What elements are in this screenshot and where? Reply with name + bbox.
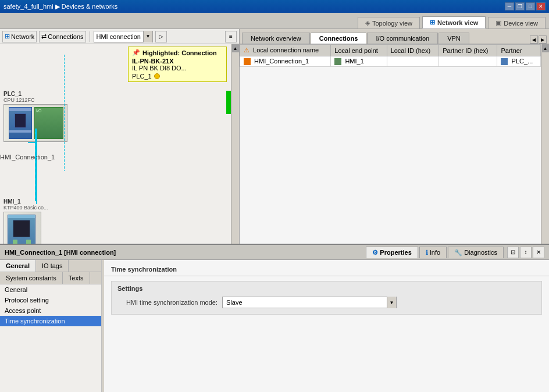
properties-icon: ⚙ [372, 249, 378, 256]
tab-network-view[interactable]: ⊞ Network view [422, 16, 486, 28]
panel-float-button[interactable]: ↕ [520, 247, 532, 258]
connection-svg [64, 55, 99, 171]
panel-close-button[interactable]: ✕ [533, 247, 544, 258]
properties-sidebar: General IO tags System constants Texts [0, 260, 102, 392]
properties-nav-items: General Protocol setting Access point Ti… [0, 284, 101, 392]
maximize-button[interactable]: □ [526, 2, 535, 10]
col-header-partner-id: Partner ID (hex) [439, 45, 497, 56]
table-scroll-up[interactable]: ▲ [542, 44, 549, 52]
cell-local-id [387, 56, 439, 67]
pin-icon: 📌 [132, 49, 140, 56]
network-button[interactable]: ⊞ Network [2, 31, 37, 42]
table-row[interactable]: HMI_Connection_1 HMI_1 P [240, 56, 541, 67]
tab-diagnostics[interactable]: 🔧 Diagnostics [448, 247, 504, 258]
tab-scroll-controls: ◀ ▶ [530, 35, 547, 44]
diagnostics-icon: 🔧 [454, 249, 462, 256]
titlebar-controls: ─ ❐ □ ✕ [505, 2, 546, 10]
connection-vertical-line [35, 129, 36, 201]
info-icon: ℹ [426, 249, 428, 256]
col-header-endpoint: Local end point [331, 45, 387, 56]
props-tab-system-constants[interactable]: System constants [0, 272, 63, 284]
highlight-tooltip: 📌 Highlighted: Connection IL-PN-BK-21X I… [128, 47, 227, 82]
conn-badge-icon [244, 58, 251, 65]
properties-content: General IO tags System constants Texts [0, 260, 549, 392]
tab-connections[interactable]: Connections [311, 33, 367, 44]
properties-nav-tabs: General IO tags [0, 260, 101, 272]
plc-cpu-module [9, 107, 32, 139]
settings-section: Settings HMI time synchronization mode: … [111, 281, 542, 315]
titlebar-breadcrumb: safety_4_full_hmi ▶ Devices & networks [3, 3, 117, 10]
props-tab-texts[interactable]: Texts [63, 272, 90, 284]
options-button[interactable]: ≡ [225, 31, 237, 42]
hmi-connection-label: HMI_Connection_1 [0, 154, 55, 161]
time-sync-dropdown[interactable]: Slave ▼ [222, 297, 397, 308]
properties-main-area: Time synchronization Settings HMI time s… [104, 260, 549, 392]
plc-connection-line [36, 129, 37, 204]
warning-icon: ⚠ [244, 47, 249, 54]
breadcrumb-text: safety_4_full_hmi ▶ Devices & networks [3, 3, 117, 10]
network-tabs-bar: Network overview Connections I/O communi… [240, 29, 549, 44]
props-tab-io-tags[interactable]: IO tags [36, 260, 69, 272]
network-toolbar-icon: ⊞ [5, 33, 10, 40]
expand-button[interactable]: ▷ [155, 31, 167, 42]
col-header-local-id: Local ID (hex) [387, 45, 439, 56]
hmi-name-label: HMI_1 [3, 198, 108, 205]
close-button[interactable]: ✕ [536, 2, 546, 10]
bottom-panel-header: HMI_Connection_1 [HMI connection] ⚙ Prop… [0, 245, 549, 260]
plc-partner-icon [501, 58, 508, 65]
section-title-time-sync: Time synchronization [104, 260, 549, 276]
time-sync-label: HMI time synchronization mode: [117, 299, 222, 306]
nav-item-protocol-setting[interactable]: Protocol setting [0, 295, 101, 305]
cell-endpoint: HMI_1 [331, 56, 387, 67]
col-header-partner: Partner [497, 45, 541, 56]
dropdown-arrow-icon[interactable]: ▼ [143, 31, 152, 42]
topology-icon: ◈ [365, 19, 370, 27]
settings-title: Settings [117, 285, 536, 292]
connections-toolbar-icon: ⇄ [41, 33, 47, 40]
tab-scroll-right[interactable]: ▶ [539, 35, 547, 44]
status-dot [154, 73, 160, 79]
plc-io-module: I/O [34, 107, 63, 139]
connection-horizontal-line [28, 142, 36, 143]
panel-controls: ⊡ ↕ ✕ [507, 247, 544, 258]
nav-item-general[interactable]: General [0, 284, 101, 295]
titlebar: safety_4_full_hmi ▶ Devices & networks ─… [0, 0, 549, 13]
cell-conn-name: HMI_Connection_1 [240, 56, 331, 67]
connections-table: ⚠ Local connection name Local end point … [240, 44, 541, 67]
hmi-type-label: KTP400 Basic co... [3, 205, 108, 211]
tab-vpn[interactable]: VPN [439, 33, 469, 44]
restore-button[interactable]: ❐ [515, 2, 525, 10]
tab-network-overview[interactable]: Network overview [242, 33, 310, 44]
time-sync-mode-row: HMI time synchronization mode: Slave ▼ [117, 297, 536, 308]
nav-item-access-point[interactable]: Access point [0, 305, 101, 316]
cell-partner-id [439, 56, 497, 67]
bottom-panel-title: HMI_Connection_1 [HMI connection] [5, 249, 116, 256]
tab-topology-view[interactable]: ◈ Topology view [358, 17, 420, 28]
tab-io-communication[interactable]: I/O communication [367, 33, 438, 44]
green-connection-bar [226, 91, 231, 114]
hmi-endpoint-icon [334, 58, 341, 65]
col-header-name: ⚠ Local connection name [240, 45, 331, 56]
connections-button[interactable]: ⇄ Connections [39, 31, 85, 42]
tab-scroll-left[interactable]: ◀ [530, 35, 538, 44]
left-toolbar: ⊞ Network ⇄ Connections HMI connection ▼… [0, 29, 239, 44]
nav-item-time-sync[interactable]: Time synchronization [0, 316, 101, 326]
props-tab-general[interactable]: General [0, 260, 36, 272]
tab-device-view[interactable]: ▣ Device view [488, 17, 546, 28]
bottom-panel-tabs: ⚙ Properties ℹ Info 🔧 Diagnostics ⊡ ↕ ✕ [366, 247, 544, 258]
panel-undock-button[interactable]: ⊡ [507, 247, 519, 258]
connection-type-dropdown[interactable]: HMI connection ▼ [94, 31, 153, 42]
tab-info[interactable]: ℹ Info [419, 247, 447, 258]
cell-partner: PLC_... [497, 56, 541, 67]
properties-nav-tabs-2: System constants Texts [0, 272, 101, 284]
minimize-button[interactable]: ─ [505, 2, 514, 10]
time-sync-dropdown-arrow[interactable]: ▼ [387, 297, 396, 308]
device-icon: ▣ [495, 19, 501, 27]
tab-properties[interactable]: ⚙ Properties [366, 247, 418, 258]
network-icon: ⊞ [430, 19, 435, 26]
scroll-up-button[interactable]: ▲ [232, 44, 239, 52]
